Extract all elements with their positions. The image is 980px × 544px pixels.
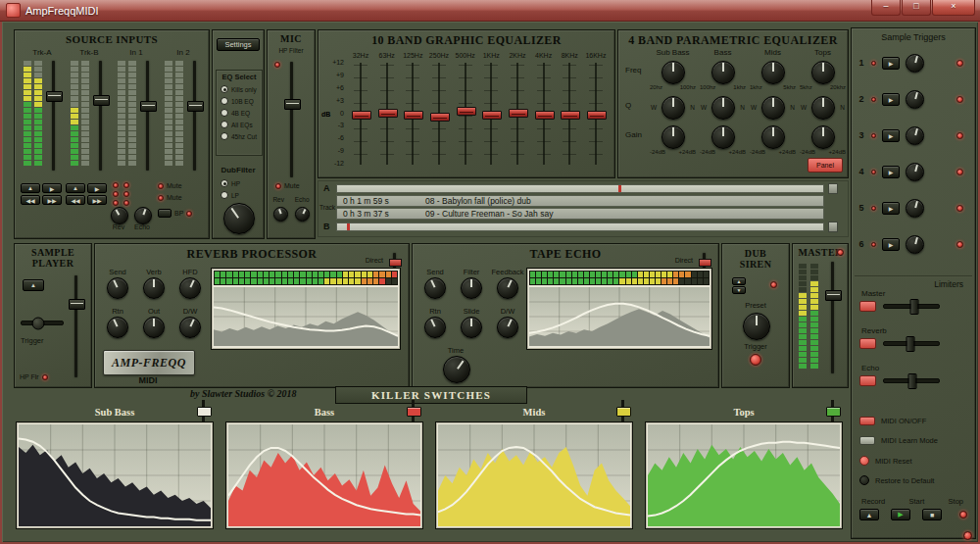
gain-knob-Sub Bass[interactable] xyxy=(662,125,685,149)
mute-toggle-2[interactable]: Mute xyxy=(158,194,182,201)
midi-control-1[interactable]: MIDI ON/OFF xyxy=(859,417,973,425)
preset-up-button[interactable]: ▲ xyxy=(732,277,746,285)
bp-switch[interactable] xyxy=(158,209,172,218)
echo-knob-Rtn[interactable] xyxy=(424,317,446,338)
reverb-knob-Send[interactable] xyxy=(107,277,128,299)
source-led[interactable] xyxy=(123,191,129,197)
start-button[interactable]: ▶ xyxy=(891,509,910,520)
trigger-knob-2[interactable] xyxy=(906,90,924,109)
echo-knob-D/W[interactable] xyxy=(497,317,518,338)
bp-led[interactable] xyxy=(186,211,192,217)
transport-B-forward[interactable]: ▶▶ xyxy=(87,195,107,205)
radio-icon[interactable] xyxy=(220,132,228,140)
radio-icon[interactable] xyxy=(220,121,228,128)
geq-slider-handle[interactable] xyxy=(430,113,450,122)
midi-indicator[interactable] xyxy=(859,436,875,445)
trigger-led[interactable] xyxy=(871,61,876,66)
killer-fader-Bass[interactable] xyxy=(409,400,417,423)
reverb-direct-handle[interactable] xyxy=(389,259,402,267)
gain-knob-Bass[interactable] xyxy=(711,125,735,149)
trigger-knob-5[interactable] xyxy=(906,199,924,218)
preset-down-button[interactable]: ▼ xyxy=(732,286,746,294)
source-led[interactable] xyxy=(113,182,119,188)
track-a-end-handle[interactable] xyxy=(828,183,838,194)
q-knob-Sub Bass[interactable] xyxy=(662,96,685,120)
reverb-knob-D/W[interactable] xyxy=(179,317,201,338)
mute-toggle-1[interactable]: Mute xyxy=(158,182,182,189)
source-rev-knob[interactable] xyxy=(111,207,128,224)
q-knob-Tops[interactable] xyxy=(811,96,835,120)
reverb-knob-Verb[interactable] xyxy=(143,277,165,299)
eq-option-10B EQ[interactable]: 10B EQ xyxy=(220,97,262,105)
killer-fader-Sub Bass[interactable] xyxy=(199,400,208,423)
minimize-button[interactable]: – xyxy=(871,0,901,16)
dubfilter-knob[interactable] xyxy=(223,203,255,234)
source-led[interactable] xyxy=(123,182,129,188)
trigger-play-button[interactable]: ▶ xyxy=(882,57,900,70)
limiter-Echo-button[interactable] xyxy=(859,375,876,386)
midi-control-4[interactable]: Restore to Default xyxy=(859,475,973,485)
close-button[interactable]: × xyxy=(932,0,975,16)
dub-led[interactable] xyxy=(770,281,777,288)
trigger-led[interactable] xyxy=(871,242,876,247)
limiter-Reverb-button[interactable] xyxy=(859,338,876,349)
title-bar[interactable]: AmpFreqqMIDI – □ × xyxy=(0,0,980,22)
source-led[interactable] xyxy=(123,200,129,206)
sample-level-fader-handle[interactable] xyxy=(69,299,85,310)
freq-knob-Sub Bass[interactable] xyxy=(662,61,685,84)
transport-B-play[interactable]: ▶ xyxy=(87,183,107,193)
transport-A-rewind[interactable]: ◀◀ xyxy=(21,195,40,205)
geq-slider-2KHz[interactable] xyxy=(510,63,525,165)
limiter-Master-slider-handle[interactable] xyxy=(910,299,919,315)
limiter-Reverb-slider[interactable] xyxy=(883,341,940,346)
maximize-button[interactable]: □ xyxy=(902,0,931,16)
mic-mute-toggle[interactable]: Mute xyxy=(275,182,300,189)
geq-slider-handle[interactable] xyxy=(561,111,580,120)
trigger-led[interactable] xyxy=(871,97,876,102)
channel-fader-In 2-handle[interactable] xyxy=(187,101,204,112)
transport-A-eject[interactable]: ▲ xyxy=(21,183,40,193)
trigger-play-button[interactable]: ▶ xyxy=(882,202,900,215)
channel-fader-In 1-handle[interactable] xyxy=(140,101,157,112)
limiter-Master-button[interactable] xyxy=(859,301,876,312)
killer-fader-handle[interactable] xyxy=(616,407,631,417)
midi-control-3[interactable]: MIDI Reset xyxy=(859,456,973,466)
dubfilter-option-LP[interactable]: LP xyxy=(220,191,240,199)
trigger-status-led[interactable] xyxy=(956,60,963,67)
trigger-status-led[interactable] xyxy=(956,241,963,248)
transport-A-play[interactable]: ▶ xyxy=(42,183,62,193)
geq-slider-500Hz[interactable] xyxy=(458,63,473,165)
source-led[interactable] xyxy=(113,191,119,197)
echo-knob-Send[interactable] xyxy=(424,277,446,299)
dub-trigger-button[interactable] xyxy=(750,354,761,366)
dub-siren-knob[interactable] xyxy=(743,313,770,340)
eq-option-All EQs[interactable]: All EQs xyxy=(220,121,262,128)
freq-knob-Bass[interactable] xyxy=(711,61,735,84)
eq-option-45hz Cut[interactable]: 45hz Cut xyxy=(220,132,262,140)
geq-slider-4KHz[interactable] xyxy=(536,63,552,165)
track-a-seek-slider[interactable] xyxy=(336,184,824,193)
echo-knob-Feedback[interactable] xyxy=(497,277,518,299)
transport-B-eject[interactable]: ▲ xyxy=(66,183,85,193)
geq-slider-handle[interactable] xyxy=(404,111,423,120)
geq-slider-handle[interactable] xyxy=(535,111,555,120)
stop-button[interactable]: ■ xyxy=(922,509,942,520)
trigger-status-led[interactable] xyxy=(956,96,963,103)
geq-slider-handle[interactable] xyxy=(352,111,371,120)
geq-slider-63Hz[interactable] xyxy=(379,63,395,165)
source-led[interactable] xyxy=(113,200,119,206)
geq-slider-8KHz[interactable] xyxy=(562,63,577,165)
transport-B-rewind[interactable]: ◀◀ xyxy=(66,195,85,205)
geq-slider-16KHz[interactable] xyxy=(588,63,604,165)
settings-button[interactable]: Settings xyxy=(217,38,260,51)
mute-led[interactable] xyxy=(158,183,164,189)
killer-fader-handle[interactable] xyxy=(826,407,841,417)
gain-knob-Tops[interactable] xyxy=(811,125,835,149)
trigger-led[interactable] xyxy=(871,170,876,174)
channel-fader-In 1[interactable] xyxy=(140,61,154,171)
trigger-play-button[interactable]: ▶ xyxy=(882,238,900,251)
limiter-Reverb-slider-handle[interactable] xyxy=(906,336,915,352)
record-button[interactable]: ▲ xyxy=(859,509,879,520)
panel-button[interactable]: Panel xyxy=(808,158,843,173)
midi-indicator[interactable] xyxy=(859,417,875,425)
